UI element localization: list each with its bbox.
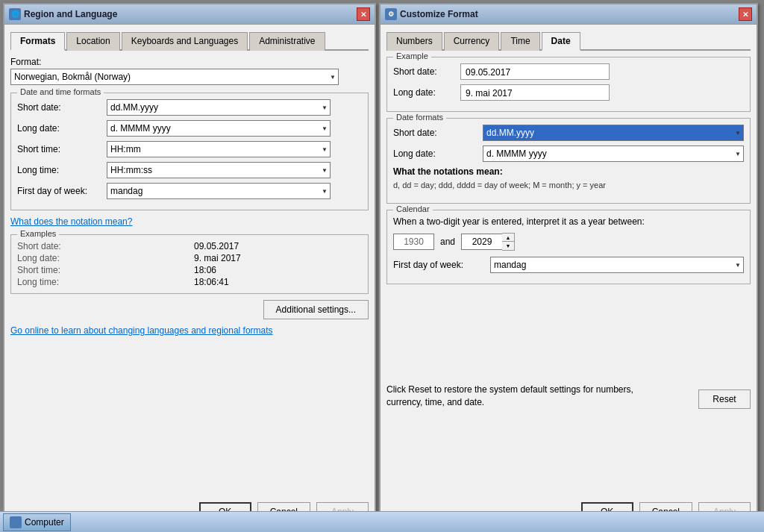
year-to-spinner-buttons: ▲ ▼: [502, 233, 515, 251]
first-day-row: First day of week: mandag: [17, 183, 362, 199]
long-date-label: Long date:: [17, 123, 107, 134]
right-long-date-select[interactable]: d. MMMM yyyy: [483, 145, 744, 162]
first-day-select-wrapper: mandag: [107, 183, 331, 199]
year-to-input[interactable]: [461, 234, 502, 250]
right-tab-bar: Numbers Currency Time Date: [386, 31, 751, 51]
long-date-row: Long date: d. MMMM yyyy: [17, 120, 362, 137]
tab-time[interactable]: Time: [501, 32, 539, 51]
year-to-up-button[interactable]: ▲: [502, 234, 514, 242]
short-date-row: Short date: dd.MM.yyyy: [17, 99, 362, 116]
short-date-select[interactable]: dd.MM.yyyy: [107, 99, 331, 116]
right-long-date-example-row: Long date: 9. mai 2017: [393, 84, 744, 101]
year-to-down-button[interactable]: ▼: [502, 242, 514, 250]
format-select[interactable]: Norwegian, Bokmål (Norway): [10, 69, 339, 85]
notation-link-container: What does the notation mean?: [10, 216, 369, 227]
tab-keyboards-languages[interactable]: Keyboards and Languages: [122, 32, 248, 51]
right-short-date-row: Short date: dd.MM.yyyy: [393, 125, 744, 141]
ex-long-time-label: Long time:: [17, 277, 182, 287]
first-day-select[interactable]: mandag: [107, 183, 331, 199]
right-short-date-select-wrapper: dd.MM.yyyy: [483, 125, 744, 141]
short-time-select-wrapper: HH:mm: [107, 141, 331, 157]
year-from-input: [393, 234, 434, 250]
date-formats-title: Date formats: [393, 113, 446, 122]
ex-short-time-value: 18:06: [194, 265, 362, 275]
right-long-date-example-value: 9. mai 2017: [460, 84, 610, 101]
left-close-button[interactable]: ✕: [357, 7, 370, 21]
short-time-label: Short time:: [17, 144, 107, 154]
reset-section: Click Reset to restore the system defaul…: [386, 378, 751, 409]
right-short-date-example-label: Short date:: [393, 66, 460, 77]
calendar-description: When a two-digit year is entered, interp…: [393, 216, 744, 227]
reset-button[interactable]: Reset: [698, 389, 751, 409]
date-formats-group: Date formats Short date: dd.MM.yyyy Long…: [386, 118, 751, 204]
ex-short-date-value: 09.05.2017: [194, 241, 362, 251]
tab-numbers[interactable]: Numbers: [386, 32, 442, 51]
long-time-select-wrapper: HH:mm:ss: [107, 162, 331, 178]
short-time-select[interactable]: HH:mm: [107, 141, 331, 157]
taskbar-computer-icon: [10, 516, 22, 528]
tab-location[interactable]: Location: [66, 32, 119, 51]
taskbar-computer-label: Computer: [25, 517, 64, 528]
notation-title: What the notations mean:: [393, 166, 744, 177]
ex-short-date-label: Short date:: [17, 241, 182, 251]
left-window-title: 🌐 Region and Language: [9, 8, 117, 20]
taskbar: Computer: [0, 511, 764, 532]
notation-text: d, dd = day; ddd, dddd = day of week; M …: [393, 180, 744, 191]
tab-formats[interactable]: Formats: [10, 32, 65, 51]
calendar-group: Calendar When a two-digit year is entere…: [386, 210, 751, 284]
right-first-day-row: First day of week: mandag: [393, 257, 744, 273]
long-time-row: Long time: HH:mm:ss: [17, 162, 362, 178]
left-window-content: Formats Location Keyboards and Languages…: [4, 25, 375, 528]
long-date-select[interactable]: d. MMMM yyyy: [107, 120, 331, 137]
long-time-select[interactable]: HH:mm:ss: [107, 162, 331, 178]
right-short-date-example-row: Short date: 09.05.2017: [393, 63, 744, 80]
long-date-select-wrapper: d. MMMM yyyy: [107, 120, 331, 137]
ex-long-date-value: 9. mai 2017: [194, 253, 362, 263]
right-short-date-example-value: 09.05.2017: [460, 63, 610, 80]
right-example-group: Example Short date: 09.05.2017 Long date…: [386, 57, 751, 112]
right-first-day-select[interactable]: mandag: [490, 257, 744, 273]
customize-format-window: ⚙ Customize Format ✕ Numbers Currency Ti…: [379, 3, 758, 529]
right-window-content: Numbers Currency Time Date Example Short…: [381, 25, 757, 528]
tab-date[interactable]: Date: [542, 32, 580, 51]
calendar-title: Calendar: [393, 204, 433, 213]
notation-link[interactable]: What does the notation mean?: [10, 216, 132, 227]
short-date-select-wrapper: dd.MM.yyyy: [107, 99, 331, 116]
right-window-title: ⚙ Customize Format: [385, 8, 478, 20]
examples-group: Examples Short date: 09.05.2017 Long dat…: [10, 234, 369, 294]
and-text: and: [440, 237, 455, 247]
ex-long-time-value: 18:06:41: [194, 277, 362, 287]
year-to-spinner: ▲ ▼: [461, 233, 515, 251]
right-first-day-select-wrapper: mandag: [490, 257, 744, 273]
right-example-title: Example: [393, 51, 431, 60]
ex-long-date-label: Long date:: [17, 253, 182, 263]
short-time-row: Short time: HH:mm: [17, 141, 362, 157]
notation-section: What the notations mean: d, dd = day; dd…: [393, 166, 744, 191]
tab-administrative[interactable]: Administrative: [249, 32, 325, 51]
reset-description: Click Reset to restore the system defaul…: [386, 384, 640, 409]
right-close-button[interactable]: ✕: [739, 7, 752, 21]
examples-group-title: Examples: [17, 229, 59, 238]
first-day-label: First day of week:: [17, 186, 107, 196]
long-time-label: Long time:: [17, 165, 107, 175]
datetime-group: Date and time formats Short date: dd.MM.…: [10, 93, 369, 210]
right-window-icon: ⚙: [385, 8, 397, 20]
right-short-date-select[interactable]: dd.MM.yyyy: [483, 125, 744, 141]
right-first-day-label: First day of week:: [393, 260, 490, 270]
tab-currency[interactable]: Currency: [444, 32, 500, 51]
ex-short-time-label: Short time:: [17, 265, 182, 275]
right-long-date-select-wrapper: d. MMMM yyyy: [483, 145, 744, 162]
right-window-titlebar: ⚙ Customize Format ✕: [381, 4, 757, 25]
datetime-group-title: Date and time formats: [17, 87, 104, 96]
format-section: Format: Norwegian, Bokmål (Norway): [10, 57, 369, 85]
online-link[interactable]: Go online to learn about changing langua…: [10, 325, 273, 336]
left-tab-bar: Formats Location Keyboards and Languages…: [10, 31, 369, 51]
short-date-label: Short date:: [17, 102, 107, 113]
right-long-date-format-label: Long date:: [393, 148, 483, 159]
taskbar-computer-item[interactable]: Computer: [3, 513, 71, 531]
additional-settings-button[interactable]: Additional settings...: [263, 300, 369, 319]
examples-grid: Short date: 09.05.2017 Long date: 9. mai…: [17, 241, 362, 287]
left-window-icon: 🌐: [9, 8, 21, 20]
format-select-wrapper: Norwegian, Bokmål (Norway): [10, 69, 339, 85]
right-long-date-example-label: Long date:: [393, 87, 460, 98]
